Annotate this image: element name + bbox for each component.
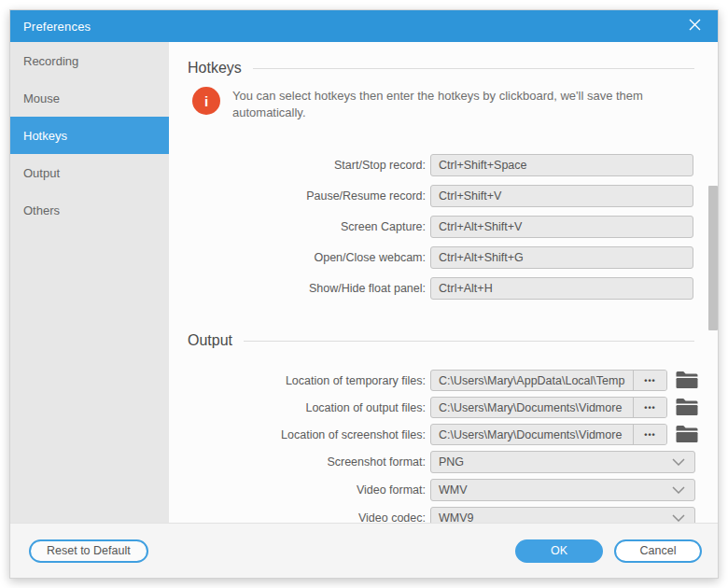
sidebar-item-label: Recording	[23, 54, 78, 68]
browse-more-button[interactable]: •••	[633, 425, 666, 444]
reset-to-default-button[interactable]: Reset to Default	[29, 539, 148, 563]
preferences-dialog: Preferences Recording Mouse Hotkeys Outp…	[9, 9, 719, 579]
pause-resume-record-input[interactable]	[430, 185, 693, 207]
path-row-temporary: Location of temporary files: C:\Users\Ma…	[188, 370, 718, 391]
sidebar-item-hotkeys[interactable]: Hotkeys	[10, 117, 169, 154]
chevron-down-icon	[672, 458, 685, 466]
field-label: Screenshot format:	[188, 455, 426, 469]
chevron-down-icon	[672, 514, 685, 522]
selected-value: PNG	[431, 455, 672, 469]
hotkeys-section-title: Hotkeys	[188, 60, 242, 77]
dropdown-row-screenshot-format: Screenshot format: PNG	[188, 451, 718, 473]
browse-more-button[interactable]: •••	[633, 371, 666, 390]
open-folder-button[interactable]	[676, 426, 698, 444]
hotkey-row-webcam: Open/Close webcam:	[188, 246, 718, 269]
sidebar-item-mouse[interactable]: Mouse	[10, 79, 169, 117]
field-label: Pause/Resume record:	[188, 189, 426, 203]
temporary-files-path[interactable]: C:\Users\Mary\AppData\Local\Temp •••	[430, 370, 667, 391]
scrollbar-thumb[interactable]	[708, 186, 718, 330]
output-section-title: Output	[188, 332, 232, 349]
field-label: Show/Hide float panel:	[188, 282, 426, 295]
section-divider	[244, 341, 694, 342]
footer-bar: Reset to Default OK Cancel	[10, 523, 718, 578]
sidebar-item-label: Mouse	[23, 91, 60, 105]
path-value: C:\Users\Mary\Documents\Vidmore	[431, 398, 633, 417]
selected-value: WMV	[431, 483, 672, 497]
output-section-header: Output	[188, 332, 718, 349]
sidebar-item-recording[interactable]: Recording	[10, 42, 169, 79]
browse-more-button[interactable]: •••	[633, 398, 666, 417]
field-label: Location of temporary files:	[188, 374, 426, 387]
close-button[interactable]	[684, 16, 705, 36]
open-folder-button[interactable]	[676, 399, 698, 417]
hotkey-row-screen-capture: Screen Capture:	[188, 216, 718, 238]
sidebar-item-output[interactable]: Output	[10, 154, 169, 191]
hotkey-row-start-stop: Start/Stop record:	[188, 154, 718, 176]
path-row-screenshot: Location of screenshot files: C:\Users\M…	[188, 424, 718, 445]
video-format-select[interactable]: WMV	[430, 479, 695, 501]
sidebar-item-label: Others	[23, 203, 60, 217]
content-panel: Hotkeys i You can select hotkeys then en…	[169, 42, 718, 525]
footer-actions: OK Cancel	[515, 539, 702, 563]
folder-icon	[676, 425, 698, 445]
ok-button[interactable]: OK	[515, 539, 603, 563]
info-icon: i	[192, 87, 220, 115]
chevron-down-icon	[672, 486, 685, 494]
output-files-path[interactable]: C:\Users\Mary\Documents\Vidmore •••	[430, 397, 667, 418]
open-close-webcam-input[interactable]	[430, 246, 693, 269]
screenshot-format-select[interactable]: PNG	[430, 451, 695, 473]
start-stop-record-input[interactable]	[430, 154, 693, 176]
hotkeys-info-text: You can select hotkeys then enter the ho…	[232, 87, 643, 121]
path-value: C:\Users\Mary\AppData\Local\Temp	[431, 371, 633, 390]
field-label: Location of output files:	[188, 401, 426, 414]
field-label: Location of screenshot files:	[188, 428, 426, 441]
open-folder-button[interactable]	[676, 371, 698, 390]
folder-icon	[676, 371, 698, 391]
hotkeys-section-header: Hotkeys	[188, 60, 718, 77]
field-label: Screen Capture:	[188, 220, 426, 233]
window-title: Preferences	[23, 20, 91, 34]
cancel-button[interactable]: Cancel	[614, 539, 702, 563]
hotkey-row-float-panel: Show/Hide float panel:	[188, 277, 718, 300]
sidebar-item-label: Hotkeys	[23, 129, 67, 143]
section-divider	[253, 68, 694, 69]
path-value: C:\Users\Mary\Documents\Vidmore	[431, 425, 633, 444]
folder-icon	[676, 398, 698, 418]
info-text-line1: You can select hotkeys then enter the ho…	[232, 88, 643, 105]
screenshot-files-path[interactable]: C:\Users\Mary\Documents\Vidmore •••	[430, 424, 667, 445]
sidebar-item-label: Output	[23, 166, 60, 180]
show-hide-float-panel-input[interactable]	[430, 277, 693, 300]
hotkeys-info: i You can select hotkeys then enter the …	[192, 87, 718, 121]
close-icon	[688, 18, 702, 35]
hotkey-rows: Start/Stop record: Pause/Resume record: …	[188, 154, 718, 300]
info-text-line2: automatically.	[232, 105, 643, 121]
field-label: Open/Close webcam:	[188, 251, 426, 264]
sidebar-item-others[interactable]: Others	[10, 191, 169, 229]
screen-capture-input[interactable]	[430, 216, 693, 238]
field-label: Start/Stop record:	[188, 159, 426, 172]
field-label: Video format:	[188, 483, 426, 497]
title-bar: Preferences	[10, 10, 718, 42]
sidebar: Recording Mouse Hotkeys Output Others	[10, 42, 169, 525]
dropdown-rows: Screenshot format: PNG Video format: WMV	[188, 451, 718, 525]
path-rows: Location of temporary files: C:\Users\Ma…	[188, 370, 718, 445]
path-row-output: Location of output files: C:\Users\Mary\…	[188, 397, 718, 418]
hotkey-row-pause-resume: Pause/Resume record:	[188, 185, 718, 207]
dropdown-row-video-format: Video format: WMV	[188, 479, 718, 501]
